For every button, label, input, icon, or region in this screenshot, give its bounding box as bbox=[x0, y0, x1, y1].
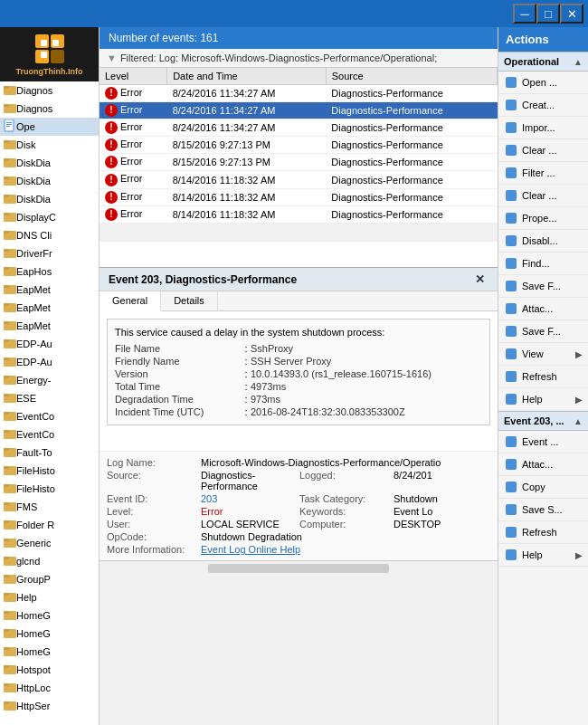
action-ev203-3[interactable]: Save S... bbox=[498, 499, 588, 521]
action-ev203-0[interactable]: Event ... bbox=[498, 431, 588, 453]
event203-section-header[interactable]: Event 203, ... ▲ bbox=[498, 411, 588, 431]
sidebar-item-32[interactable]: Hotspot bbox=[0, 661, 99, 679]
action-op-9[interactable]: Save F... bbox=[498, 275, 588, 298]
action-op-0[interactable]: Open ... bbox=[498, 72, 588, 94]
sidebar-item-28[interactable]: Help bbox=[0, 588, 99, 606]
action-op-8[interactable]: Find... bbox=[498, 253, 588, 275]
sidebar-item-7[interactable]: DisplayC bbox=[0, 208, 99, 226]
table-row[interactable]: !Error8/14/2016 11:18:32 AMDiagnostics-P… bbox=[100, 188, 498, 205]
sidebar-item-3[interactable]: Disk bbox=[0, 136, 99, 154]
svg-rect-98 bbox=[506, 527, 517, 538]
svg-rect-92 bbox=[506, 371, 517, 382]
sidebar-item-4[interactable]: DiskDia bbox=[0, 154, 99, 172]
log-name-label: Log Name: bbox=[107, 457, 197, 468]
scroll-track[interactable] bbox=[208, 564, 389, 573]
sidebar-item-25[interactable]: Generic bbox=[0, 534, 99, 552]
event-id-label: Event ID: bbox=[107, 493, 197, 504]
event-detail-header: Event 203, Diagnostics-Performance ✕ bbox=[100, 268, 498, 291]
table-row[interactable]: !Error8/14/2016 11:18:32 AMDiagnostics-P… bbox=[100, 171, 498, 188]
sidebar-item-15[interactable]: EDP-Au bbox=[0, 353, 99, 371]
sidebar-item-23[interactable]: FMS bbox=[0, 498, 99, 516]
maximize-button[interactable]: □ bbox=[536, 4, 560, 24]
action-op-12[interactable]: View▶ bbox=[498, 343, 588, 366]
sidebar-item-0[interactable]: Diagnos bbox=[0, 81, 99, 100]
sidebar-item-24[interactable]: Folder R bbox=[0, 516, 99, 534]
sidebar-item-16[interactable]: Energy- bbox=[0, 371, 99, 389]
sidebar-item-9[interactable]: DriverFr bbox=[0, 244, 99, 262]
event203-label: Event 203, ... bbox=[504, 415, 564, 426]
sidebar-item-21[interactable]: FileHisto bbox=[0, 462, 99, 480]
action-op-6[interactable]: Prope... bbox=[498, 207, 588, 230]
table-row[interactable]: !Error8/24/2016 11:34:27 AMDiagnostics-P… bbox=[100, 102, 498, 119]
tab-general[interactable]: General bbox=[100, 291, 161, 311]
table-header: Level Date and Time Source bbox=[100, 68, 498, 85]
sidebar-item-11[interactable]: EapMet bbox=[0, 281, 99, 299]
sidebar-item-30[interactable]: HomeG bbox=[0, 625, 99, 643]
sidebar-item-29[interactable]: HomeG bbox=[0, 606, 99, 625]
sidebar-item-2[interactable]: Ope bbox=[0, 118, 99, 136]
minimize-button[interactable]: ─ bbox=[513, 4, 536, 24]
event-detail-title: Event 203, Diagnostics-Performance bbox=[109, 273, 297, 286]
level-row: Level: Error bbox=[107, 506, 298, 517]
computer-row: Computer: DESKTOP bbox=[299, 519, 490, 529]
action-op-13[interactable]: Refresh bbox=[498, 366, 588, 388]
sidebar-label-23: FMS bbox=[16, 501, 37, 512]
action-ev203-2[interactable]: Copy bbox=[498, 476, 588, 499]
action-ev203-4[interactable]: Refresh bbox=[498, 521, 588, 544]
sidebar-item-13[interactable]: EapMet bbox=[0, 317, 99, 335]
cell-level-3: !Error bbox=[100, 137, 167, 154]
sidebar-item-17[interactable]: ESE bbox=[0, 389, 99, 407]
action-ev203-5[interactable]: Help▶ bbox=[498, 544, 588, 567]
sidebar-item-5[interactable]: DiskDia bbox=[0, 172, 99, 190]
folder-icon bbox=[4, 264, 16, 279]
svg-rect-83 bbox=[506, 167, 517, 178]
sidebar-item-1[interactable]: Diagnos bbox=[0, 100, 99, 118]
table-row[interactable]: !Error8/24/2016 11:34:27 AMDiagnostics-P… bbox=[100, 119, 498, 137]
event-detail-close[interactable]: ✕ bbox=[471, 272, 488, 286]
svg-rect-74 bbox=[4, 665, 9, 668]
action-op-4[interactable]: Filter ... bbox=[498, 162, 588, 185]
action-op-1[interactable]: Creat... bbox=[498, 94, 588, 117]
action-op-7[interactable]: Disabl... bbox=[498, 230, 588, 253]
action-op-3[interactable]: Clear ... bbox=[498, 139, 588, 162]
action-ev203-1[interactable]: Attac... bbox=[498, 453, 588, 476]
operational-section-header[interactable]: Operational ▲ bbox=[498, 52, 588, 72]
sidebar-items: DiagnosDiagnosOpeDiskDiskDiaDiskDiaDiskD… bbox=[0, 81, 99, 715]
action-op-5[interactable]: Clear ... bbox=[498, 185, 588, 207]
action-op-14[interactable]: Help▶ bbox=[498, 388, 588, 411]
action-op-11[interactable]: Save F... bbox=[498, 320, 588, 343]
col-date: Date and Time bbox=[167, 68, 327, 85]
sidebar-item-26[interactable]: glcnd bbox=[0, 552, 99, 570]
sidebar-item-10[interactable]: EapHos bbox=[0, 262, 99, 281]
sidebar-item-22[interactable]: FileHisto bbox=[0, 480, 99, 498]
table-row[interactable]: !Error8/15/2016 9:27:13 PMDiagnostics-Pe… bbox=[100, 154, 498, 171]
clear2-icon bbox=[504, 188, 518, 203]
table-row[interactable]: !Error8/15/2016 9:27:13 PMDiagnostics-Pe… bbox=[100, 137, 498, 154]
close-button[interactable]: ✕ bbox=[560, 4, 583, 24]
events-table-container[interactable]: Level Date and Time Source !Error8/24/20… bbox=[100, 68, 498, 267]
svg-rect-78 bbox=[4, 701, 9, 704]
sidebar-item-8[interactable]: DNS Cli bbox=[0, 226, 99, 244]
sidebar-item-18[interactable]: EventCo bbox=[0, 407, 99, 425]
tab-details[interactable]: Details bbox=[161, 291, 218, 310]
action-op-2[interactable]: Impor... bbox=[498, 117, 588, 139]
logo-icon bbox=[33, 33, 66, 65]
table-row[interactable]: !Error8/14/2016 11:18:32 AMDiagnostics-P… bbox=[100, 205, 498, 223]
action-op-10[interactable]: Attac... bbox=[498, 298, 588, 320]
sidebar-item-6[interactable]: DiskDia bbox=[0, 190, 99, 208]
operational-arrow: ▲ bbox=[574, 57, 583, 67]
sidebar-item-20[interactable]: Fault-To bbox=[0, 444, 99, 462]
table-row[interactable]: !Error8/24/2016 11:34:27 AMDiagnostics-P… bbox=[100, 85, 498, 102]
sidebar-item-19[interactable]: EventCo bbox=[0, 425, 99, 444]
sidebar-item-12[interactable]: EapMet bbox=[0, 299, 99, 317]
action-label-2: Impor... bbox=[522, 122, 555, 133]
sidebar-item-31[interactable]: HomeG bbox=[0, 643, 99, 661]
sidebar-item-14[interactable]: EDP-Au bbox=[0, 335, 99, 353]
sidebar-label-21: FileHisto bbox=[16, 465, 55, 476]
keywords-value: Event Lo bbox=[394, 506, 432, 517]
sidebar-item-33[interactable]: HttpLoc bbox=[0, 679, 99, 697]
sidebar-item-27[interactable]: GroupP bbox=[0, 570, 99, 588]
sidebar-item-34[interactable]: HttpSer bbox=[0, 697, 99, 715]
cell-source-3: Diagnostics-Performance bbox=[326, 137, 497, 154]
more-info-link[interactable]: Event Log Online Help bbox=[201, 544, 300, 555]
